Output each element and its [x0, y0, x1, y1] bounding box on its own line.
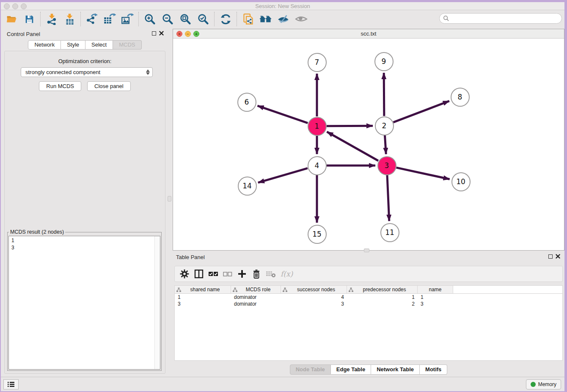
column-header-shared-name[interactable]: shared name	[175, 286, 231, 293]
graph-node-14[interactable]: 14	[238, 177, 257, 196]
edge-3-11[interactable]	[387, 175, 389, 221]
table-cell[interactable]: 3	[418, 301, 453, 307]
memory-button[interactable]: Memory	[526, 379, 561, 389]
refresh-icon[interactable]	[218, 12, 233, 26]
show-graphics-details-icon[interactable]	[294, 12, 308, 26]
table-cell[interactable]: 3	[281, 301, 347, 307]
column-header-successor-nodes[interactable]: successor nodes	[281, 286, 347, 293]
import-table-icon[interactable]	[62, 12, 77, 26]
edge-3-10[interactable]	[396, 168, 449, 179]
control-panel-header: Control Panel	[2, 29, 168, 39]
edge-4-14[interactable]	[258, 168, 308, 182]
criterion-select[interactable]: strongly connected component	[21, 67, 153, 77]
result-scrollbar[interactable]	[154, 236, 160, 369]
table-cell[interactable]: 1	[418, 294, 453, 301]
select-stepper-icon	[146, 69, 150, 75]
open-recent-session-icon[interactable]	[241, 12, 255, 26]
graph-node-2[interactable]: 2	[375, 116, 394, 135]
function-builder-icon[interactable]: f(x)	[281, 270, 293, 278]
zoom-fit-icon[interactable]	[178, 12, 193, 26]
graph-node-10[interactable]: 10	[451, 172, 471, 191]
export-table-icon[interactable]	[102, 12, 117, 26]
table-tab-motifs[interactable]: Motifs	[420, 364, 447, 375]
tab-mcds[interactable]: MCDS	[113, 40, 141, 50]
search-icon	[443, 15, 449, 22]
save-session-icon[interactable]	[22, 12, 36, 26]
zoom-in-icon[interactable]	[143, 12, 157, 26]
tab-network[interactable]: Network	[28, 40, 61, 50]
close-panel-button[interactable]: Close panel	[87, 81, 131, 91]
float-panel-icon[interactable]	[152, 31, 156, 36]
task-history-button[interactable]	[3, 379, 19, 389]
float-table-panel-icon[interactable]	[548, 254, 553, 259]
table-tab-node-table[interactable]: Node Table	[290, 364, 331, 375]
delete-table-icon[interactable]	[264, 268, 277, 280]
edge-2-9[interactable]	[384, 73, 384, 116]
minimize-window-button[interactable]	[12, 3, 18, 9]
close-window-button[interactable]	[4, 3, 10, 9]
hide-graphics-details-icon[interactable]	[276, 12, 291, 26]
column-header-name[interactable]: name	[418, 286, 453, 293]
close-table-panel-icon[interactable]	[556, 254, 560, 259]
network-canvas[interactable]: 7968124314101511	[173, 39, 564, 250]
open-file-icon[interactable]	[4, 12, 19, 26]
control-panel-title: Control Panel	[7, 31, 40, 37]
edge-1-6[interactable]	[258, 106, 308, 123]
delete-column-icon[interactable]	[250, 268, 263, 280]
search-box[interactable]	[439, 13, 562, 24]
zoom-window-button[interactable]	[21, 3, 27, 9]
optimization-criterion-label: Optimization criterion:	[5, 58, 165, 64]
table-cell[interactable]: dominator	[231, 301, 281, 307]
unselect-all-columns-icon[interactable]	[221, 268, 234, 280]
column-header-MCDS-role[interactable]: MCDS role	[231, 286, 281, 293]
zoom-out-icon[interactable]	[160, 12, 175, 26]
edge-2-8[interactable]	[394, 101, 449, 122]
table-tab-network-table[interactable]: Network Table	[371, 364, 420, 375]
network-minimize-button[interactable]: −	[185, 31, 191, 37]
graph-node-3[interactable]: 3	[377, 156, 396, 175]
main-area: Control Panel NetworkStyleSelectMCDS Opt…	[1, 28, 564, 377]
close-panel-icon[interactable]	[159, 31, 164, 36]
mcds-result-text[interactable]: 13	[8, 236, 160, 370]
graph-node-1[interactable]: 1	[308, 117, 327, 136]
graph-node-7[interactable]: 7	[308, 53, 327, 72]
export-image-icon[interactable]	[120, 12, 135, 26]
tab-style[interactable]: Style	[61, 40, 85, 50]
graph-node-11[interactable]: 11	[380, 223, 399, 242]
run-mcds-button[interactable]: Run MCDS	[39, 81, 81, 91]
graph-node-4[interactable]: 4	[308, 156, 327, 175]
add-column-icon[interactable]	[236, 268, 248, 280]
network-close-button[interactable]: ×	[176, 31, 182, 37]
graph-node-9[interactable]: 9	[374, 52, 394, 71]
table-cell[interactable]: 3	[175, 301, 231, 307]
table-cell[interactable]: dominator	[231, 294, 281, 301]
vertical-splitter-grip[interactable]	[168, 196, 171, 202]
table-cell[interactable]: 1	[175, 294, 231, 301]
graph-node-8[interactable]: 8	[451, 88, 470, 107]
table-cell[interactable]: 4	[281, 294, 347, 301]
status-bar: Memory	[1, 377, 564, 391]
edge-3-1[interactable]	[327, 132, 378, 160]
task-list-icon	[7, 381, 15, 388]
network-maximize-button[interactable]: +	[193, 31, 199, 37]
home-layout-icon[interactable]	[259, 12, 273, 26]
import-network-icon[interactable]	[44, 12, 59, 26]
graph-node-15[interactable]: 15	[308, 225, 327, 244]
table-cell[interactable]: 1	[347, 294, 418, 301]
table-cell[interactable]: 2	[347, 301, 418, 307]
settings-gear-icon[interactable]	[178, 268, 191, 280]
select-all-columns-icon[interactable]	[207, 268, 220, 280]
control-panel-tabbar: NetworkStyleSelectMCDS	[2, 40, 168, 50]
tab-select[interactable]: Select	[85, 40, 113, 50]
search-input[interactable]	[449, 15, 561, 22]
column-header-predecessor-nodes[interactable]: predecessor nodes	[347, 286, 418, 293]
zoom-selected-icon[interactable]	[196, 12, 210, 26]
toggle-column-view-icon[interactable]	[193, 268, 205, 280]
edge-1-2[interactable]	[327, 126, 373, 126]
edge-2-3[interactable]	[385, 135, 386, 154]
export-network-icon[interactable]	[85, 12, 99, 26]
table-tab-edge-table[interactable]: Edge Table	[331, 364, 371, 375]
graph-node-6[interactable]: 6	[237, 93, 256, 112]
column-type-icon	[283, 287, 287, 292]
table-header-row: shared nameMCDS rolesuccessor nodesprede…	[175, 286, 562, 294]
